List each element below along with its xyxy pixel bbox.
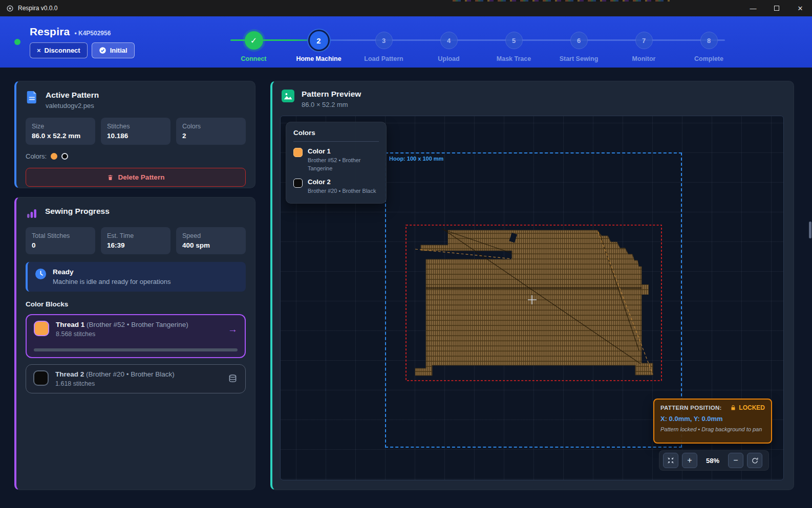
- zoom-controls: + 58% −: [659, 450, 769, 471]
- legend-name: Color 2: [308, 178, 376, 186]
- delete-pattern-button[interactable]: Delete Pattern: [26, 168, 246, 187]
- legend-swatch-1: [293, 148, 303, 157]
- step-label: Start Sewing: [560, 55, 599, 62]
- step-connect[interactable]: ✓ Connect: [221, 16, 286, 68]
- step-load-pattern[interactable]: 3 Load Pattern: [351, 16, 416, 68]
- disconnect-x-icon: ×: [37, 47, 41, 54]
- colors-legend: Colors Color 1 Brother #52 • Brother Tan…: [286, 122, 387, 204]
- step-number: 6: [570, 32, 588, 49]
- zoom-level: 58%: [701, 457, 724, 465]
- reset-view-button[interactable]: [747, 453, 762, 468]
- brand-block: Respira • K4P502956 × Disconnect Initial: [30, 26, 135, 58]
- zoom-out-button[interactable]: −: [728, 453, 743, 468]
- thread-1-name: Thread 1 (Brother #52 • Brother Tangerin…: [56, 321, 221, 328]
- step-complete[interactable]: 8 Complete: [676, 16, 741, 68]
- stat-value: 10.186: [107, 132, 164, 140]
- pattern-dimensions: 86.0 × 52.2 mm: [302, 101, 361, 108]
- stat-label: Colors: [182, 123, 240, 130]
- legend-desc: Brother #20 • Brother Black: [308, 187, 376, 195]
- initial-label: Initial: [110, 47, 127, 54]
- disconnect-button[interactable]: × Disconnect: [30, 42, 88, 58]
- trash-icon: [107, 174, 114, 181]
- step-start-sewing[interactable]: 6 Start Sewing: [546, 16, 611, 68]
- legend-name: Color 1: [308, 147, 379, 155]
- image-icon: [282, 90, 294, 102]
- initial-button[interactable]: Initial: [92, 42, 135, 58]
- status-title: Ready: [53, 268, 171, 276]
- step-home-machine[interactable]: 2 Home Machine: [286, 16, 351, 68]
- color-dot-orange: [51, 153, 57, 160]
- lock-status: LOCKED: [739, 404, 765, 411]
- stat-size: Size 86.0 x 52.2 mm: [26, 118, 95, 145]
- stat-label: Size: [32, 123, 89, 130]
- main-content: Active Pattern valetudogv2.pes Size 86.0…: [0, 68, 812, 508]
- stat-stitches: Stitches 10.186: [101, 118, 170, 145]
- step-number: 8: [700, 32, 718, 49]
- step-label: Connect: [241, 55, 267, 62]
- step-upload[interactable]: 4 Upload: [416, 16, 481, 68]
- minimize-button[interactable]: —: [741, 0, 765, 16]
- stat-colors: Colors 2: [176, 118, 246, 145]
- legend-color-1: Color 1 Brother #52 • Brother Tangerine: [293, 147, 379, 173]
- legend-color-2: Color 2 Brother #20 • Brother Black: [293, 178, 379, 195]
- step-number: 4: [440, 32, 458, 49]
- step-check-icon: ✓: [245, 31, 263, 50]
- zoom-in-button[interactable]: +: [682, 453, 697, 468]
- app-header: Respira • K4P502956 × Disconnect Initial…: [0, 16, 812, 68]
- step-number: 2: [310, 31, 328, 50]
- window-controls: — ✕: [741, 0, 812, 16]
- status-description: Machine is idle and ready for operations: [53, 278, 171, 285]
- thread-2-stitches: 1.618 stitches: [55, 380, 221, 387]
- scrollbar-thumb[interactable]: [809, 222, 811, 238]
- step-monitor[interactable]: 7 Monitor: [611, 16, 676, 68]
- wizard-stepper: ✓ Connect 2 Home Machine 3 Load Pattern …: [221, 16, 741, 68]
- pattern-position-overlay: PATTERN POSITION: LOCKED X: 0.0mm, Y: 0.…: [653, 399, 772, 444]
- step-mask-trace[interactable]: 5 Mask Trace: [481, 16, 546, 68]
- window-title: Respira v0.0.0: [18, 5, 57, 12]
- delete-pattern-label: Delete Pattern: [118, 173, 165, 181]
- step-label: Home Machine: [296, 55, 341, 62]
- colors-label: Colors:: [26, 152, 47, 160]
- clock-icon: [35, 268, 47, 280]
- stat-total-stitches: Total Stitches 0: [26, 227, 95, 254]
- pattern-filename: valetudogv2.pes: [46, 102, 99, 109]
- maximize-button[interactable]: [765, 0, 788, 16]
- lock-icon: [730, 405, 736, 411]
- preview-canvas[interactable]: Hoop: 100 x 100 mm: [280, 116, 784, 480]
- titlebar: Respira v0.0.0 — ✕: [0, 0, 812, 16]
- screen-artifact: [453, 0, 670, 2]
- stitch-protrusion: [642, 284, 649, 295]
- stat-est-time: Est. Time 16:39: [101, 227, 170, 254]
- fit-to-view-button[interactable]: [663, 453, 678, 468]
- check-circle-icon: [99, 47, 106, 54]
- position-coordinates: X: 0.0mm, Y: 0.0mm: [660, 415, 765, 423]
- step-label: Load Pattern: [364, 55, 403, 62]
- bar-chart-icon: [26, 207, 38, 219]
- legend-divider: [293, 141, 379, 142]
- file-icon: [26, 91, 38, 104]
- brand-name: Respira: [30, 26, 70, 38]
- thread-1-progress-bar: [34, 348, 238, 351]
- stitch-seam: [426, 287, 642, 289]
- pattern-preview-title: Pattern Preview: [302, 90, 361, 99]
- thread-2-swatch: [33, 370, 49, 386]
- machine-status-box: Ready Machine is idle and ready for oper…: [26, 262, 246, 292]
- thread-2-block[interactable]: Thread 2 (Brother #20 • Brother Black) 1…: [26, 364, 246, 393]
- close-button[interactable]: ✕: [788, 0, 812, 16]
- stat-label: Stitches: [107, 123, 164, 130]
- disconnect-label: Disconnect: [45, 47, 80, 54]
- position-hint: Pattern locked • Drag background to pan: [660, 426, 765, 432]
- color-dot-black: [61, 153, 68, 160]
- thread-1-block[interactable]: Thread 1 (Brother #52 • Brother Tangerin…: [26, 314, 246, 358]
- stat-value: 400 spm: [182, 241, 240, 249]
- layers-icon: [227, 373, 238, 384]
- fit-icon: [667, 456, 675, 465]
- machine-serial: • K4P502956: [74, 30, 111, 37]
- step-label: Upload: [438, 55, 459, 62]
- thread-1-stitches: 8.568 stitches: [56, 330, 221, 338]
- arrow-right-icon: →: [228, 324, 238, 335]
- stitch-fill-shape: [415, 230, 653, 376]
- maximize-icon: [774, 6, 779, 11]
- stat-value: 2: [182, 132, 240, 140]
- step-number: 3: [375, 32, 393, 49]
